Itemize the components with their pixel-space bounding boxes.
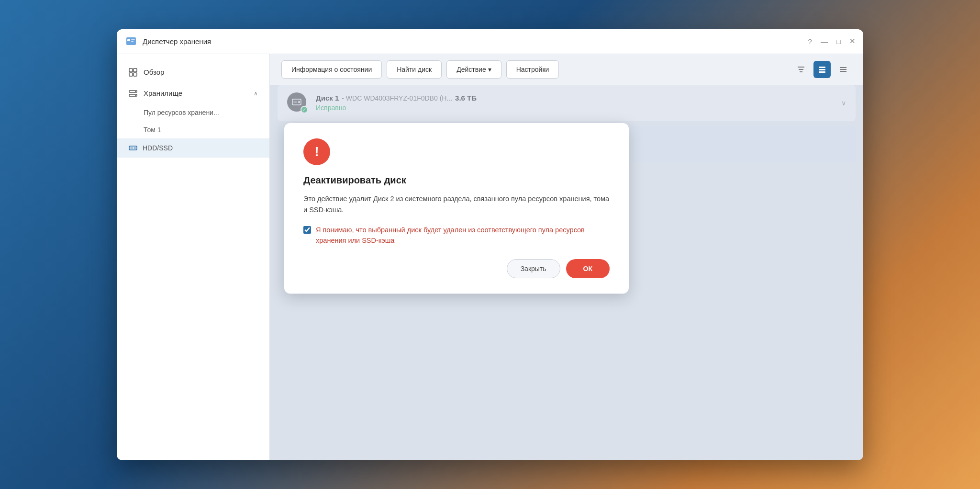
svg-point-13 — [134, 147, 136, 148]
svg-rect-2 — [131, 39, 135, 40]
hdd-icon — [128, 143, 138, 153]
sidebar: Обзор Хранилище ∧ Пул ресурсов хранени..… — [117, 54, 270, 460]
deactivate-dialog: ! Деактивировать диск Это действие удали… — [284, 123, 629, 294]
dialog-ok-button[interactable]: ОК — [566, 259, 610, 278]
overview-icon — [128, 68, 138, 77]
sidebar-pool-label: Пул ресурсов хранени... — [144, 109, 219, 116]
close-button[interactable]: ✕ — [849, 37, 856, 45]
menu-button[interactable] — [835, 61, 852, 78]
list-view-button[interactable] — [813, 61, 831, 78]
settings-button[interactable]: Настройки — [506, 60, 559, 79]
sidebar-storage-label: Хранилище — [144, 89, 182, 97]
svg-rect-7 — [134, 73, 137, 76]
storage-chevron: ∧ — [254, 90, 258, 97]
dialog-title: Деактивировать диск — [303, 175, 610, 186]
sidebar-item-overview-label: Обзор — [144, 68, 164, 76]
sidebar-item-volume1[interactable]: Том 1 — [117, 121, 269, 138]
app-icon — [124, 34, 138, 48]
dialog-warning-icon: ! — [303, 138, 330, 165]
dialog-body: Это действие удалит Диск 2 из системного… — [303, 193, 610, 216]
sidebar-item-pool[interactable]: Пул ресурсов хранени... — [117, 104, 269, 121]
svg-rect-19 — [819, 69, 825, 70]
sidebar-item-overview[interactable]: Обзор — [117, 62, 269, 83]
sidebar-item-storage[interactable]: Хранилище ∧ — [117, 83, 269, 104]
dialog-checkbox-row: Я понимаю, что выбранный диск будет удал… — [303, 225, 610, 246]
svg-point-10 — [135, 91, 136, 92]
main-layout: Обзор Хранилище ∧ Пул ресурсов хранени..… — [117, 54, 863, 460]
disk-list: ✓ Диск 1 - WDC WD4003FRYZ-01F0DB0 (H... … — [270, 85, 863, 460]
sidebar-hdd-label: HDD/SSD — [143, 144, 173, 152]
sidebar-item-hdd-ssd[interactable]: HDD/SSD — [117, 138, 269, 158]
app-window: Диспетчер хранения ? — □ ✕ Обзор — [117, 29, 863, 460]
svg-point-11 — [135, 95, 136, 96]
svg-rect-6 — [129, 73, 133, 76]
status-info-button[interactable]: Информация о состоянии — [281, 60, 382, 79]
svg-rect-18 — [819, 67, 825, 68]
find-disk-button[interactable]: Найти диск — [387, 60, 442, 79]
dialog-actions: Закрыть ОК — [303, 259, 610, 278]
dialog-checkbox[interactable] — [303, 226, 311, 234]
sidebar-volume1-label: Том 1 — [144, 126, 161, 134]
maximize-button[interactable]: □ — [836, 37, 841, 45]
filter-button[interactable] — [792, 61, 810, 78]
window-title: Диспетчер хранения — [143, 37, 808, 45]
dialog-overlay: ! Деактивировать диск Это действие удали… — [270, 85, 863, 460]
svg-rect-5 — [134, 68, 137, 72]
svg-rect-3 — [131, 41, 134, 42]
svg-rect-1 — [127, 39, 130, 41]
minimize-button[interactable]: — — [821, 37, 828, 45]
toolbar-right — [792, 61, 852, 78]
content-area: Информация о состоянии Найти диск Действ… — [270, 54, 863, 460]
toolbar: Информация о состоянии Найти диск Действ… — [270, 54, 863, 85]
action-button[interactable]: Действие ▾ — [446, 60, 501, 79]
storage-icon — [128, 89, 138, 98]
dialog-cancel-button[interactable]: Закрыть — [507, 259, 560, 278]
svg-rect-20 — [819, 71, 825, 73]
dialog-checkbox-label: Я понимаю, что выбранный диск будет удал… — [316, 225, 610, 246]
action-dropdown-icon: ▾ — [488, 66, 491, 73]
help-button[interactable]: ? — [808, 37, 812, 45]
svg-rect-4 — [129, 68, 133, 72]
window-controls: ? — □ ✕ — [808, 37, 856, 45]
title-bar: Диспетчер хранения ? — □ ✕ — [117, 29, 863, 54]
